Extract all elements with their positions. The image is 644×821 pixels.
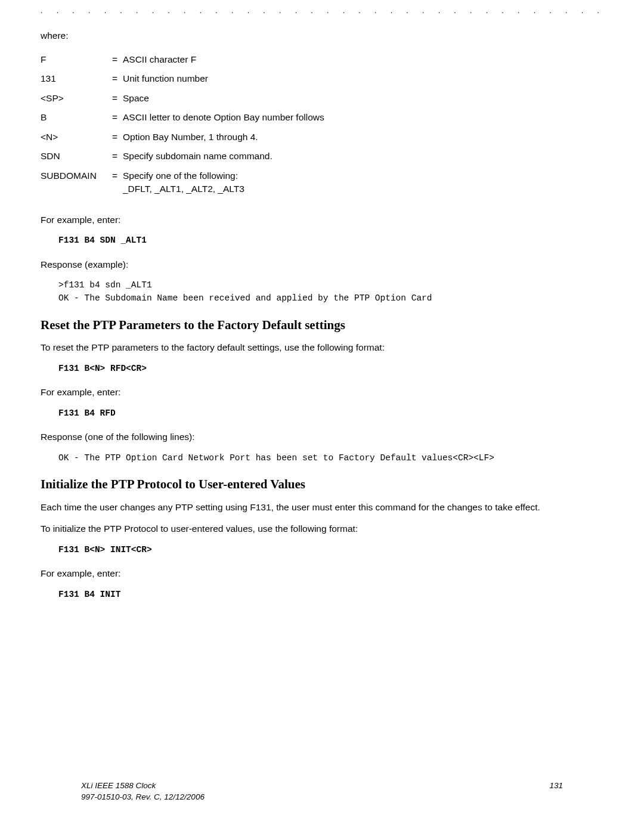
def-desc: ASCII character F	[123, 50, 324, 69]
def-term: F	[41, 50, 112, 69]
def-desc: ASCII letter to denote Option Bay number…	[123, 108, 324, 127]
table-row: SDN = Specify subdomain name command.	[41, 147, 324, 166]
init-paragraph-1: Each time the user changes any PTP setti…	[41, 501, 603, 514]
command-block: F131 B<N> RFD<CR>	[58, 362, 603, 375]
command-block: F131 B4 SDN _ALT1	[58, 234, 603, 247]
def-desc: Option Bay Number, 1 through 4.	[123, 128, 324, 147]
command-block: F131 B4 RFD	[58, 407, 603, 420]
table-row: 131 = Unit function number	[41, 69, 324, 88]
def-desc: Space	[123, 89, 324, 108]
response-block: OK - The PTP Option Card Network Port ha…	[58, 451, 603, 464]
def-desc: Specify one of the following: _DFLT, _AL…	[123, 166, 324, 199]
command-block: F131 B4 INIT	[58, 588, 603, 601]
for-example-label: For example, enter:	[41, 567, 603, 580]
def-eq: =	[112, 69, 123, 88]
response-block: >f131 b4 sdn _ALT1 OK - The Subdomain Na…	[58, 278, 603, 305]
def-term: 131	[41, 69, 112, 88]
def-eq: =	[112, 89, 123, 108]
definitions-table: F = ASCII character F 131 = Unit functio…	[41, 50, 324, 199]
def-eq: =	[112, 50, 123, 69]
init-paragraph-2: To initialize the PTP Protocol to user-e…	[41, 522, 603, 535]
def-term: SUBDOMAIN	[41, 166, 112, 199]
table-row: SUBDOMAIN = Specify one of the following…	[41, 166, 324, 199]
command-block: F131 B<N> INIT<CR>	[58, 543, 603, 556]
separator-dots: . . . . . . . . . . . . . . . . . . . . …	[41, 0, 603, 29]
page-footer: XLi IEEE 1588 Clock 997-01510-03, Rev. C…	[81, 780, 563, 803]
page-number: 131	[549, 780, 563, 792]
heading-initialize: Initialize the PTP Protocol to User-ente…	[41, 475, 603, 493]
for-example-label: For example, enter:	[41, 213, 603, 227]
def-eq: =	[112, 166, 123, 199]
response-one-of-label: Response (one of the following lines):	[41, 430, 603, 444]
def-eq: =	[112, 147, 123, 166]
where-label: where:	[41, 29, 603, 42]
def-desc: Specify subdomain name command.	[123, 147, 324, 166]
response-example-label: Response (example):	[41, 258, 603, 271]
table-row: <SP> = Space	[41, 89, 324, 108]
def-term: B	[41, 108, 112, 127]
footer-title: XLi IEEE 1588 Clock	[81, 780, 205, 792]
def-term: <N>	[41, 128, 112, 147]
footer-revision: 997-01510-03, Rev. C, 12/12/2006	[81, 791, 205, 803]
def-term: <SP>	[41, 89, 112, 108]
def-eq: =	[112, 128, 123, 147]
table-row: B = ASCII letter to denote Option Bay nu…	[41, 108, 324, 127]
def-term: SDN	[41, 147, 112, 166]
for-example-label: For example, enter:	[41, 386, 603, 399]
table-row: F = ASCII character F	[41, 50, 324, 69]
table-row: <N> = Option Bay Number, 1 through 4.	[41, 128, 324, 147]
heading-reset: Reset the PTP Parameters to the Factory …	[41, 316, 603, 334]
reset-intro: To reset the PTP parameters to the facto…	[41, 341, 603, 354]
def-desc: Unit function number	[123, 69, 324, 88]
def-eq: =	[112, 108, 123, 127]
